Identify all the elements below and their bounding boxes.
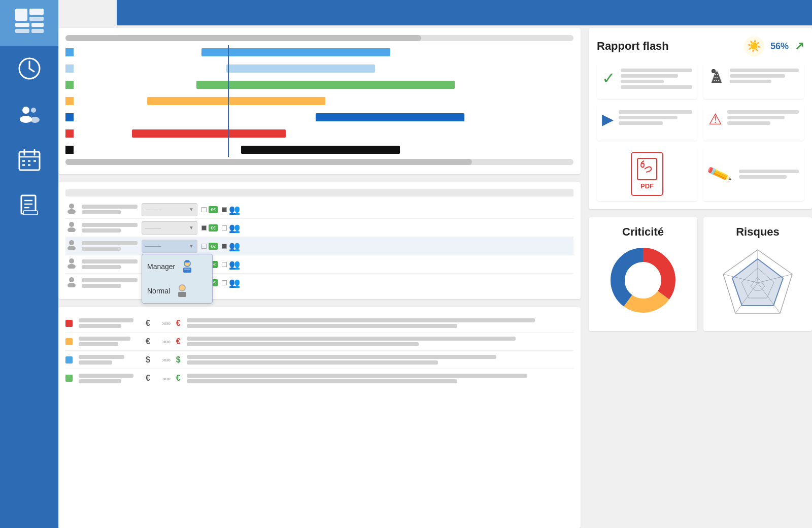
chevron-down-icon: ▼ <box>189 225 194 230</box>
sidebar-item-documents[interactable] <box>0 183 58 228</box>
rapport-line <box>619 110 692 114</box>
money-icon: €€ <box>209 224 218 232</box>
budget-arrows: »»» <box>162 375 170 382</box>
svg-point-28 <box>69 204 74 209</box>
gantt-color-indicator <box>65 146 74 154</box>
budget-text-block <box>79 355 140 365</box>
svg-rect-1 <box>29 9 44 15</box>
budget-arrows: »»» <box>162 338 170 345</box>
budget-bar-line <box>187 360 438 365</box>
gantt-bar-area <box>78 113 573 121</box>
budget-panel: € »»» € € »»» € <box>58 307 581 528</box>
rapport-line <box>739 175 787 179</box>
rapport-card-pencil[interactable]: ✏️ <box>703 147 804 201</box>
person-icon <box>65 257 78 271</box>
budget-result: € <box>176 319 181 328</box>
bottom-panels: Criticité <box>589 217 812 331</box>
row-text-block <box>82 241 138 251</box>
budget-bar-area <box>187 337 573 346</box>
checkbox-filled[interactable] <box>222 244 227 249</box>
svg-point-43 <box>67 264 76 269</box>
left-panels: ──── ▼ €€ 👥 <box>58 28 581 528</box>
rapport-header: Rapport flash ☀️ 56% ↗ <box>597 36 804 56</box>
svg-rect-3 <box>15 23 29 27</box>
rapport-line <box>619 121 663 125</box>
money-icon: €€ <box>209 206 218 213</box>
rapport-card-text <box>739 170 799 179</box>
role-dropdown[interactable]: ──── ▼ <box>142 221 197 235</box>
donut-chart <box>607 245 679 318</box>
checkbox[interactable] <box>222 262 227 267</box>
person-icon <box>65 221 78 235</box>
checkbox[interactable] <box>222 280 227 285</box>
sidebar-logo[interactable] <box>0 0 58 46</box>
rapport-card-check[interactable]: ✓ <box>597 63 697 99</box>
budget-row: € »»» € <box>65 314 573 333</box>
gantt-color-indicator <box>65 129 74 138</box>
rapport-card-road[interactable] <box>703 63 804 99</box>
svg-rect-20 <box>33 160 36 162</box>
rapport-line <box>621 85 692 89</box>
role-dropdown-menu: Manager <box>142 254 213 304</box>
svg-rect-0 <box>15 9 27 21</box>
role-dropdown[interactable]: ──── ▼ <box>142 203 197 216</box>
role-option-manager[interactable]: Manager <box>142 254 212 279</box>
person-icon <box>65 276 78 290</box>
rapport-card-pdf[interactable]: PDF <box>597 147 697 201</box>
budget-bar-area <box>187 318 573 328</box>
role-option-normal[interactable]: Normal <box>142 279 212 303</box>
gantt-chart <box>65 35 573 167</box>
budget-bar-line <box>187 379 458 383</box>
svg-point-40 <box>180 285 185 290</box>
team-clock-icon: 👥 <box>229 204 240 215</box>
sidebar-item-clock[interactable] <box>0 46 58 91</box>
role-dropdown-open-trigger[interactable]: ──── ▼ <box>142 240 197 253</box>
rapport-card-play[interactable]: ▶ <box>597 105 697 141</box>
table-header-bar <box>65 189 573 196</box>
icon-group-2: 👥 <box>222 222 240 234</box>
gantt-row <box>65 78 573 92</box>
checkbox-filled[interactable] <box>222 207 227 212</box>
rapport-line <box>727 116 785 119</box>
checkbox[interactable] <box>201 244 207 249</box>
clock-icon <box>17 56 42 81</box>
gantt-scrollbar-top[interactable] <box>65 35 573 41</box>
budget-currency: € <box>146 319 156 328</box>
rapport-line <box>730 80 771 83</box>
budget-arrows: »»» <box>162 319 170 327</box>
gantt-bar <box>132 129 286 138</box>
checkbox[interactable] <box>222 225 227 230</box>
sidebar-item-team[interactable] <box>0 91 58 137</box>
budget-result: € <box>176 374 181 383</box>
gantt-color-indicator <box>65 48 74 56</box>
logo-icon <box>14 8 45 38</box>
checkbox-filled[interactable] <box>201 225 207 230</box>
gantt-bar-area <box>78 129 573 138</box>
svg-rect-37 <box>185 260 189 262</box>
budget-currency: $ <box>146 355 156 365</box>
svg-point-10 <box>22 107 29 114</box>
gantt-bar <box>241 146 400 154</box>
svg-rect-4 <box>15 29 29 33</box>
gantt-panel <box>58 28 581 174</box>
gantt-bar <box>147 97 326 105</box>
svg-rect-22 <box>28 164 30 166</box>
checkbox[interactable] <box>201 207 207 212</box>
budget-color-indicator <box>65 375 73 382</box>
rapport-line <box>727 121 770 125</box>
role-option-label: Normal <box>147 287 170 295</box>
row-text-line <box>82 241 138 245</box>
rapport-title: Rapport flash <box>597 40 738 53</box>
gantt-scrollbar-bottom[interactable] <box>65 159 573 165</box>
rapport-grid: ✓ <box>597 63 804 201</box>
row-text-line <box>82 223 138 227</box>
person-icon <box>65 239 78 253</box>
role-option-label: Manager <box>147 262 175 271</box>
icon-group: €€ <box>201 224 218 232</box>
budget-color-indicator <box>65 356 73 364</box>
gantt-bar <box>196 81 454 89</box>
rapport-card-warning[interactable]: ⚠ <box>703 105 804 141</box>
gantt-color-indicator <box>65 113 74 121</box>
sidebar-item-calendar[interactable] <box>0 137 58 183</box>
rapport-line <box>619 116 678 119</box>
